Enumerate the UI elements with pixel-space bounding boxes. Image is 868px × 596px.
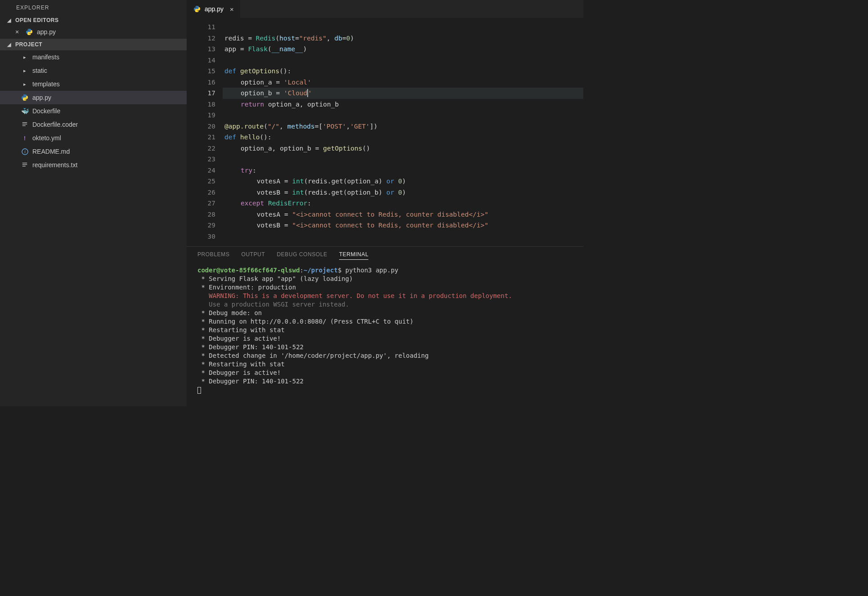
folder-item[interactable]: ▸manifests [0, 50, 187, 64]
file-item[interactable]: !okteto.yml [0, 131, 187, 145]
code-line[interactable]: votesB = "<i>cannot connect to Redis, co… [223, 220, 583, 231]
python-icon [25, 28, 33, 36]
file-item[interactable]: 🐳Dockerfile [0, 104, 187, 118]
line-number-gutter: 1112131415161718192021222324252627282930 [187, 18, 223, 246]
code-line[interactable]: try: [223, 165, 583, 176]
chevron-down-icon: ◢ [7, 42, 13, 48]
tree-item-label: Dockerfile.coder [32, 121, 78, 128]
code-line[interactable] [223, 22, 583, 33]
yaml-icon: ! [21, 134, 29, 142]
explorer-sidebar: EXPLORER ◢ OPEN EDITORS ×app.py ◢ PROJEC… [0, 0, 187, 406]
file-item[interactable]: Dockerfile.coder [0, 118, 187, 131]
code-line[interactable] [223, 154, 583, 165]
chevron-down-icon: ◢ [7, 18, 13, 23]
tree-item-label: requirements.txt [32, 161, 77, 169]
code-line[interactable]: redis = Redis(host="redis", db=0) [223, 33, 583, 44]
info-icon: i [21, 147, 29, 156]
file-item[interactable]: requirements.txt [0, 158, 187, 172]
code-line[interactable] [223, 110, 583, 121]
file-item[interactable]: app.py [0, 91, 187, 104]
svg-text:i: i [24, 150, 26, 154]
tree-item-label: README.md [32, 148, 70, 155]
tree-item-label: Dockerfile [32, 107, 60, 115]
tree-item-label: static [32, 67, 47, 74]
code-line[interactable]: @app.route("/", methods=['POST','GET']) [223, 121, 583, 132]
open-editor-item[interactable]: ×app.py [0, 25, 187, 39]
code-line[interactable] [223, 231, 583, 242]
bottom-panel: PROBLEMSOUTPUTDEBUG CONSOLETERMINAL code… [187, 246, 583, 406]
close-icon[interactable]: × [230, 5, 234, 13]
code-line[interactable]: votesA = "<i>cannot connect to Redis, co… [223, 209, 583, 220]
code-line[interactable]: votesA = int(redis.get(option_a) or 0) [223, 176, 583, 187]
terminal-output[interactable]: coder@vote-85f66cf647-qlswd:~/project$ p… [187, 264, 583, 406]
code-content[interactable]: redis = Redis(host="redis", db=0)app = F… [223, 18, 583, 246]
code-line[interactable]: option_a, option_b = getOptions() [223, 143, 583, 154]
close-icon[interactable]: × [15, 28, 22, 36]
file-lines-icon [21, 161, 29, 169]
file-lines-icon [21, 120, 29, 129]
project-header[interactable]: ◢ PROJECT [0, 39, 187, 50]
editor-area: app.py× 11121314151617181920212223242526… [187, 0, 583, 406]
code-line[interactable]: option_b = 'Cloud' [223, 88, 583, 99]
panel-tab-terminal[interactable]: TERMINAL [339, 251, 368, 260]
code-line[interactable]: app = Flask(__name__) [223, 44, 583, 55]
panel-tabbar: PROBLEMSOUTPUTDEBUG CONSOLETERMINAL [187, 247, 583, 264]
terminal-cursor [197, 387, 201, 394]
explorer-title: EXPLORER [0, 0, 187, 15]
chevron-right-icon: ▸ [21, 80, 29, 88]
chevron-right-icon: ▸ [21, 53, 29, 61]
code-line[interactable]: def hello(): [223, 132, 583, 143]
file-label: app.py [37, 28, 56, 36]
code-line[interactable]: votesB = int(redis.get(option_b) or 0) [223, 187, 583, 198]
code-line[interactable] [223, 55, 583, 66]
panel-tab-problems[interactable]: PROBLEMS [197, 251, 230, 260]
docker-icon: 🐳 [21, 107, 29, 115]
file-item[interactable]: iREADME.md [0, 145, 187, 158]
editor-tab[interactable]: app.py× [187, 0, 241, 18]
editor-tabbar: app.py× [187, 0, 583, 18]
open-editors-header[interactable]: ◢ OPEN EDITORS [0, 15, 187, 25]
tab-label: app.py [205, 5, 224, 13]
panel-tab-debug-console[interactable]: DEBUG CONSOLE [277, 251, 327, 260]
code-editor[interactable]: 1112131415161718192021222324252627282930… [187, 18, 583, 246]
tree-item-label: manifests [32, 53, 59, 61]
chevron-right-icon: ▸ [21, 67, 29, 75]
code-line[interactable]: return option_a, option_b [223, 99, 583, 110]
python-icon [193, 5, 201, 13]
code-line[interactable]: except RedisError: [223, 198, 583, 209]
code-line[interactable]: def getOptions(): [223, 66, 583, 77]
code-line[interactable]: option_a = 'Local' [223, 77, 583, 88]
folder-item[interactable]: ▸static [0, 64, 187, 77]
tree-item-label: app.py [32, 94, 51, 101]
panel-tab-output[interactable]: OUTPUT [242, 251, 265, 260]
tree-item-label: templates [32, 80, 60, 88]
python-icon [21, 93, 29, 102]
folder-item[interactable]: ▸templates [0, 77, 187, 91]
tree-item-label: okteto.yml [32, 134, 61, 142]
